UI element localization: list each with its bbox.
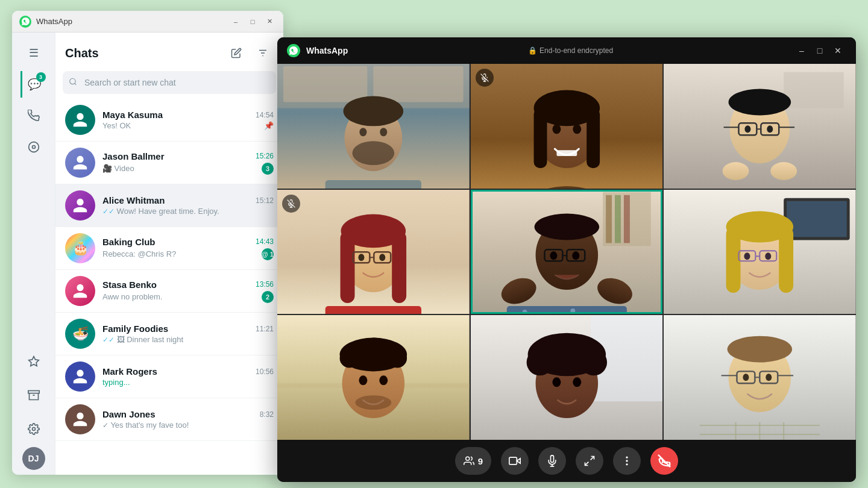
chat-item-jason[interactable]: Jason Ballmer 15:26 🎥 Video 3 — [55, 142, 283, 184]
sidebar-item-archived[interactable] — [20, 382, 47, 408]
outer-minimize-btn[interactable]: – — [229, 15, 242, 28]
mute-badge-4 — [282, 195, 300, 213]
svg-point-143 — [626, 457, 628, 458]
sidebar: ☰ 💬 3 DJ — [12, 33, 55, 475]
video-titlebar: WhatsApp 🔒 End-to-end endcrypted – □ ✕ — [277, 37, 856, 64]
chat-item-family[interactable]: 🍜 Family Foodies 11:21 ✓✓ 🖼 Dinner last … — [55, 313, 283, 355]
end-call-button[interactable] — [650, 447, 678, 475]
chat-avatar-dawn — [65, 404, 95, 434]
svg-line-142 — [585, 462, 589, 466]
call-controls: 9 — [277, 440, 856, 482]
svg-point-70 — [534, 213, 599, 240]
video-cell-7 — [277, 315, 470, 440]
chat-info-mark: Mark Rogers 10:56 typing... — [102, 366, 274, 387]
svg-point-136 — [466, 457, 470, 460]
video-call-window: WhatsApp 🔒 End-to-end endcrypted – □ ✕ — [277, 37, 856, 482]
chats-title: Chats — [65, 46, 99, 60]
svg-point-79 — [522, 310, 527, 314]
svg-rect-29 — [533, 108, 547, 168]
outer-close-btn[interactable]: ✕ — [263, 15, 276, 28]
svg-rect-66 — [615, 195, 621, 243]
video-minimize-btn[interactable]: – — [793, 42, 810, 59]
svg-point-106 — [359, 376, 367, 386]
video-toggle-button[interactable] — [501, 447, 529, 475]
svg-rect-85 — [787, 201, 847, 237]
sidebar-item-status[interactable] — [20, 134, 47, 160]
search-icon — [69, 78, 77, 88]
outer-whatsapp-window: WhatsApp – □ ✕ ☰ 💬 3 — [12, 11, 283, 475]
chat-avatar-alice — [65, 190, 95, 221]
outer-window-body: ☰ 💬 3 DJ — [12, 33, 283, 475]
svg-rect-65 — [606, 195, 612, 243]
svg-point-135 — [766, 374, 772, 381]
chat-avatar-family: 🍜 — [65, 319, 95, 349]
svg-point-20 — [380, 128, 387, 136]
chats-badge: 3 — [36, 72, 46, 82]
chat-item-maya[interactable]: Maya Kasuma 14:54 Yes! OK 📌 — [55, 99, 283, 142]
svg-point-9 — [70, 78, 75, 84]
svg-rect-3 — [28, 391, 39, 393]
chat-avatar-maya — [65, 105, 95, 135]
search-bar — [63, 71, 276, 94]
video-maximize-btn[interactable]: □ — [811, 42, 828, 59]
share-screen-button[interactable] — [576, 447, 603, 475]
chat-item-dawn[interactable]: Dawn Jones 8:32 ✓ Yes that's my fave too… — [55, 398, 283, 441]
more-options-button[interactable] — [613, 447, 641, 475]
outer-maximize-btn[interactable]: □ — [246, 15, 259, 28]
svg-point-45 — [767, 125, 773, 133]
svg-point-95 — [766, 252, 772, 260]
svg-point-117 — [580, 349, 607, 376]
video-whatsapp-logo — [287, 44, 300, 57]
sidebar-item-starred[interactable] — [20, 348, 47, 375]
svg-point-60 — [358, 254, 364, 261]
search-input[interactable] — [63, 71, 276, 94]
chat-item-baking[interactable]: 🎂 Baking Club 14:43 Rebecca: @Chris R? @… — [55, 227, 283, 270]
svg-point-61 — [379, 254, 385, 261]
svg-point-75 — [572, 251, 579, 260]
chat-info-dawn: Dawn Jones 8:32 ✓ Yes that's my fave too… — [102, 409, 274, 430]
svg-point-5 — [32, 428, 35, 431]
mic-button[interactable] — [538, 447, 566, 475]
video-cell-9 — [664, 315, 856, 440]
svg-point-47 — [771, 162, 797, 180]
outer-title: WhatsApp — [36, 17, 224, 26]
participants-count: 9 — [478, 456, 483, 466]
svg-rect-33 — [556, 150, 577, 156]
sidebar-bottom: DJ — [20, 346, 47, 470]
svg-line-10 — [75, 83, 77, 85]
my-avatar[interactable]: DJ — [22, 447, 45, 470]
outer-window-controls: – □ ✕ — [229, 15, 276, 28]
svg-rect-62 — [326, 306, 421, 314]
participants-button[interactable]: 9 — [455, 447, 491, 475]
svg-point-32 — [573, 124, 581, 134]
whatsapp-logo-outer — [19, 16, 31, 28]
filter-button[interactable] — [252, 42, 274, 64]
badge-jason: 3 — [262, 163, 274, 175]
encryption-indicator: 🔒 End-to-end endcrypted — [354, 46, 787, 55]
video-titlebar-btns: – □ ✕ — [793, 42, 846, 59]
chat-header: Chats — [55, 33, 283, 69]
sidebar-item-chats[interactable]: 💬 3 — [20, 71, 47, 98]
sidebar-item-calls[interactable] — [20, 102, 47, 129]
svg-point-107 — [379, 376, 388, 386]
video-close-btn[interactable]: ✕ — [829, 42, 846, 59]
chat-item-mark[interactable]: Mark Rogers 10:56 typing... — [55, 355, 283, 398]
chat-item-alice[interactable]: Alice Whitman 15:12 ✓✓ Wow! Have great t… — [55, 184, 283, 227]
chat-avatar-jason — [65, 148, 95, 178]
svg-point-108 — [355, 396, 391, 410]
svg-rect-56 — [392, 231, 406, 302]
chat-info-maya: Maya Kasuma 14:54 Yes! OK 📌 — [102, 110, 274, 130]
svg-point-81 — [570, 308, 575, 313]
pin-icon-maya: 📌 — [264, 121, 274, 130]
video-cell-8 — [471, 315, 663, 440]
chat-panel: Chats — [55, 33, 283, 475]
video-cell-2 — [471, 64, 663, 189]
sidebar-item-settings[interactable] — [20, 416, 47, 442]
svg-point-145 — [626, 463, 628, 465]
chat-list: Maya Kasuma 14:54 Yes! OK 📌 — [55, 99, 283, 475]
new-chat-button[interactable] — [225, 42, 247, 64]
badge-stasa: 2 — [262, 291, 274, 303]
svg-rect-14 — [373, 66, 463, 102]
sidebar-item-menu[interactable]: ☰ — [20, 40, 47, 66]
chat-item-stasa[interactable]: Stasa Benko 13:56 Aww no problem. 2 — [55, 270, 283, 313]
